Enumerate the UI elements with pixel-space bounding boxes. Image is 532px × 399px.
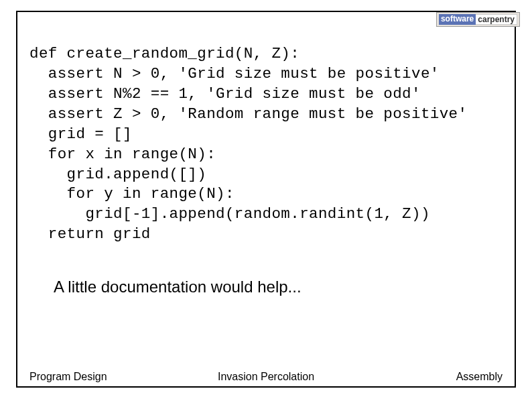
code-line: grid = [] (29, 125, 132, 143)
code-line: for y in range(N): (29, 185, 235, 203)
code-line: grid[-1].append(random.randint(1, Z)) (29, 205, 430, 223)
code-line: return grid (29, 225, 151, 243)
footer: Program Design Invasion Percolation Asse… (29, 371, 503, 383)
logo-software-carpentry: software carpentry (436, 12, 520, 27)
footer-right: Assembly (456, 371, 503, 383)
code-line: grid.append([]) (29, 166, 206, 183)
code-block: def create_random_grid(N, Z): assert N >… (29, 44, 467, 245)
footer-left: Program Design (29, 371, 107, 383)
logo-carpentry-text: carpentry (476, 14, 517, 25)
code-line: assert N%2 == 1, 'Grid size must be odd' (29, 85, 421, 103)
code-line: def create_random_grid(N, Z): (29, 45, 300, 62)
footer-center: Invasion Percolation (218, 371, 314, 383)
code-line: for x in range(N): (29, 146, 216, 163)
code-line: assert Z > 0, 'Random range must be posi… (29, 105, 467, 123)
caption-text: A little documentation would help... (54, 278, 302, 296)
logo-software-text: software (439, 14, 476, 25)
logo-main: software carpentry (439, 14, 517, 25)
code-line: assert N > 0, 'Grid size must be positiv… (29, 65, 440, 82)
